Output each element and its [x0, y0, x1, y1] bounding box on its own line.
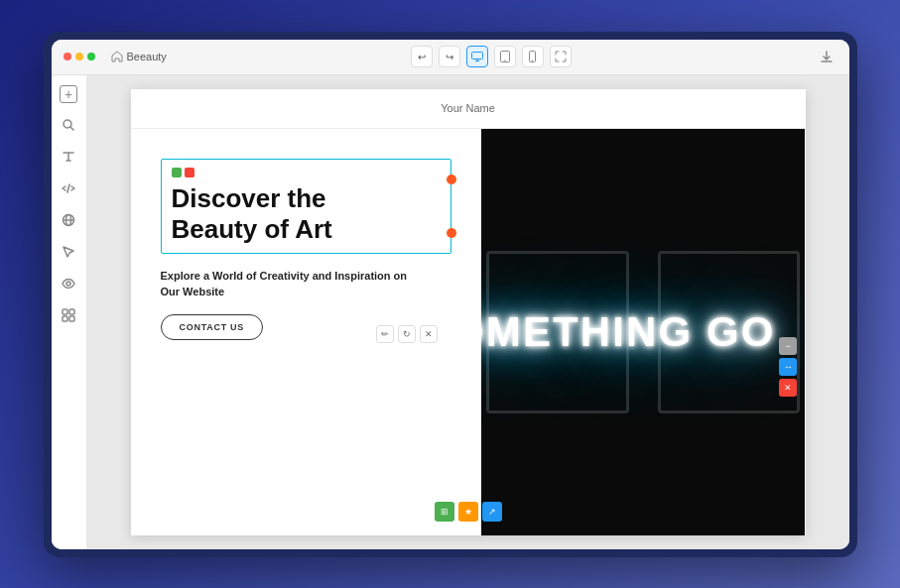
resize-handle-right[interactable] — [447, 175, 456, 184]
title-line2: Beauty of Art — [172, 214, 332, 244]
device-frame: Beeauty ↩ ↪ — [44, 32, 857, 557]
resize-handle-bottom[interactable] — [447, 228, 456, 238]
edit-image-button[interactable]: ✏ — [376, 325, 394, 343]
globe-button[interactable] — [59, 210, 78, 230]
mobile-icon — [529, 51, 536, 62]
webpage-preview: Your Name ✏ ↻ ✕ — [131, 89, 806, 535]
browser-dots — [64, 53, 95, 60]
eye-button[interactable] — [59, 274, 78, 294]
bt-grid-button[interactable]: ⊞ — [435, 502, 454, 522]
browser-topbar: Beeauty ↩ ↪ — [52, 40, 849, 75]
home-icon — [111, 51, 123, 62]
rt-arrow-button[interactable]: ↔ — [779, 358, 797, 376]
neon-sign: OMETHING GO — [481, 129, 805, 535]
download-icon — [820, 50, 834, 63]
tablet-view-button[interactable] — [494, 46, 516, 67]
hero-right: OMETHING GO − ↔ ✕ — [481, 129, 805, 535]
dot-red[interactable] — [64, 53, 71, 60]
tablet-icon — [500, 51, 510, 62]
browser-logo-area: Beeauty — [111, 51, 167, 62]
image-toolbar: ✏ ↻ ✕ — [376, 325, 438, 343]
typography-icon — [62, 150, 75, 164]
search-icon — [62, 118, 75, 132]
hero-title-wrapper: Discover the Beauty of Art — [161, 159, 452, 254]
desktop-icon — [471, 52, 483, 61]
redo-button[interactable]: ↪ — [439, 46, 460, 67]
cursor-icon — [62, 245, 75, 259]
right-toolbar: − ↔ ✕ — [779, 337, 797, 397]
brand-name: Your Name — [441, 102, 495, 114]
hero-title[interactable]: Discover the Beauty of Art — [172, 183, 442, 245]
color-dots — [172, 168, 442, 177]
hero-subtitle: Explore a World of Creativity and Inspir… — [161, 268, 419, 300]
code-icon — [62, 181, 75, 195]
svg-line-9 — [70, 127, 73, 130]
eye-icon — [62, 277, 75, 291]
rt-close-button[interactable]: ✕ — [779, 379, 797, 397]
preview-header: Your Name — [131, 89, 806, 129]
contact-us-button[interactable]: CONTACT US — [161, 314, 264, 340]
grid-button[interactable] — [59, 305, 78, 325]
code-button[interactable] — [59, 178, 78, 198]
desktop-view-button[interactable] — [466, 46, 488, 67]
download-button[interactable] — [816, 46, 837, 67]
browser-title: Beeauty — [127, 51, 167, 62]
refresh-image-button[interactable]: ↻ — [398, 325, 416, 343]
fullscreen-button[interactable] — [550, 46, 572, 67]
svg-rect-16 — [63, 316, 67, 321]
title-line1: Discover the — [172, 183, 326, 213]
svg-rect-0 — [471, 53, 482, 59]
svg-rect-14 — [63, 309, 67, 314]
main-area: + — [52, 75, 849, 549]
neon-text: OMETHING GO — [481, 308, 775, 356]
close-image-button[interactable]: ✕ — [420, 325, 438, 343]
bottom-toolbar: ⊞ ★ ↗ — [435, 502, 502, 522]
dot-green[interactable] — [87, 53, 95, 60]
svg-rect-17 — [69, 316, 74, 321]
undo-button[interactable]: ↩ — [411, 46, 433, 67]
left-sidebar: + — [52, 75, 87, 549]
browser-window: Beeauty ↩ ↪ — [52, 40, 849, 549]
cursor-button[interactable] — [59, 242, 78, 262]
svg-point-13 — [66, 282, 70, 286]
fullscreen-icon — [555, 51, 567, 62]
search-icon-btn[interactable] — [59, 115, 78, 135]
bt-arrow-button[interactable]: ↗ — [482, 502, 502, 522]
rt-minus-button[interactable]: − — [779, 337, 797, 355]
mobile-view-button[interactable] — [522, 46, 544, 67]
red-dot — [185, 168, 194, 177]
typography-button[interactable] — [59, 147, 78, 167]
svg-point-6 — [532, 59, 533, 60]
svg-rect-15 — [69, 309, 74, 314]
add-button[interactable]: + — [60, 85, 77, 103]
hero-section: ✏ ↻ ✕ Discover the — [131, 129, 806, 535]
svg-point-4 — [504, 59, 505, 60]
globe-icon — [62, 213, 75, 227]
dot-yellow[interactable] — [75, 53, 83, 60]
grid-icon — [62, 308, 75, 322]
hero-left: ✏ ↻ ✕ Discover the — [131, 129, 482, 535]
canvas-area: Your Name ✏ ↻ ✕ — [87, 75, 849, 549]
bt-star-button[interactable]: ★ — [458, 502, 478, 522]
browser-controls: ↩ ↪ — [411, 46, 572, 67]
green-dot — [172, 168, 182, 177]
